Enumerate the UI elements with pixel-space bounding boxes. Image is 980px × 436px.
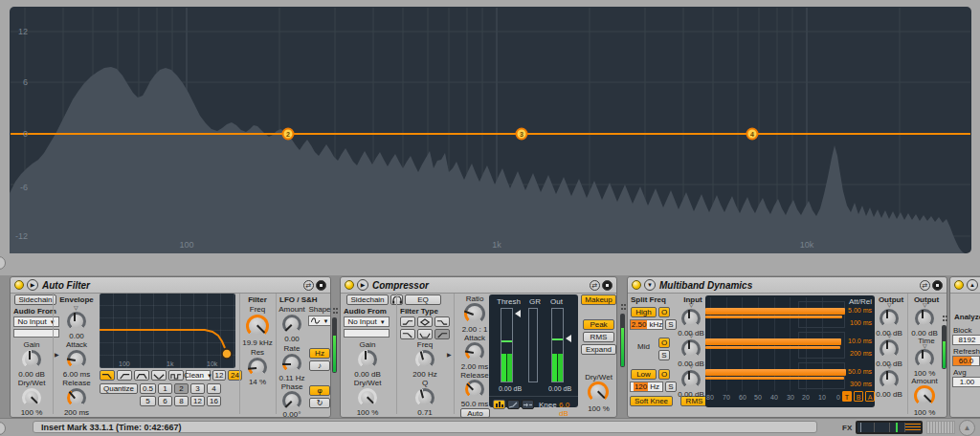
- multiband-display[interactable]: Att/Rel 5.00 ms 100 ms 10.0 ms 200 ms 50…: [705, 295, 875, 407]
- fold-device-icon[interactable]: ▲: [967, 279, 978, 291]
- lfo-amount-value[interactable]: 0.00: [277, 335, 307, 344]
- compressor-title-bar[interactable]: ▶ Compressor ⇄: [341, 277, 616, 294]
- filter-type-bandpass-button[interactable]: [134, 370, 149, 381]
- low-attack-bar[interactable]: [705, 369, 846, 376]
- ratio-knob[interactable]: [464, 303, 485, 324]
- high-release-bar[interactable]: [705, 316, 842, 318]
- release-value[interactable]: 200 ms: [57, 408, 96, 418]
- mid-band-activator-button[interactable]: O: [658, 338, 670, 348]
- expand-mode-button[interactable]: Expand: [581, 344, 616, 355]
- lfo-amount-knob[interactable]: [282, 315, 301, 334]
- attack-knob[interactable]: [465, 342, 484, 361]
- low-release-bar[interactable]: [705, 377, 844, 380]
- refresh-value[interactable]: 60.0: [952, 356, 980, 366]
- audio-from-channel-select[interactable]: [344, 329, 390, 338]
- soft-knee-button[interactable]: Soft Knee: [630, 396, 673, 406]
- mid-threshold-zone[interactable]: [798, 332, 845, 359]
- analyzer-title-bar[interactable]: ▲: [950, 277, 980, 294]
- output-value[interactable]: 0.00 dB: [541, 385, 579, 392]
- low-threshold-zone[interactable]: [798, 362, 845, 389]
- beat-16-button[interactable]: 16: [207, 396, 221, 406]
- beat-3-button[interactable]: 3: [190, 383, 205, 394]
- dry-wet-knob[interactable]: [588, 382, 609, 403]
- threshold-handle[interactable]: [515, 310, 521, 317]
- hot-swap-icon[interactable]: ⇄: [590, 280, 600, 291]
- rms-mode-button[interactable]: RMS: [583, 332, 614, 342]
- beat-0.5-button[interactable]: 0.5: [140, 383, 156, 394]
- view-activity-button[interactable]: [493, 400, 505, 409]
- low-input-knob[interactable]: [681, 370, 701, 389]
- filter-freq-handle[interactable]: [222, 349, 232, 359]
- hot-swap-icon[interactable]: ⇄: [920, 280, 930, 291]
- device-on-led[interactable]: [632, 280, 641, 290]
- threshold-value[interactable]: 0.00 dB: [491, 385, 529, 392]
- mid-attack-bar[interactable]: [705, 338, 841, 345]
- collapse-sidechain-arrow[interactable]: ▶: [55, 352, 59, 358]
- eq-freq-knob[interactable]: [415, 350, 434, 369]
- high-band-button[interactable]: High: [631, 307, 657, 317]
- dry-wet-value[interactable]: 100 %: [11, 408, 53, 418]
- low-release-value[interactable]: 300 ms: [839, 381, 872, 387]
- filter-response-display[interactable]: 100 1k 10k: [100, 294, 235, 368]
- high-split-freq-value[interactable]: 2.50 kHz: [630, 319, 663, 330]
- makeup-button[interactable]: Makeup: [581, 294, 616, 305]
- filter-highshelf-button[interactable]: [434, 316, 450, 327]
- avg-value[interactable]: 1.00: [952, 377, 980, 387]
- rate-note-button[interactable]: ♪: [309, 360, 330, 371]
- mid-solo-button[interactable]: S: [658, 350, 670, 360]
- low-split-freq-value[interactable]: 120 Hz: [630, 382, 663, 392]
- res-knob[interactable]: [248, 358, 267, 377]
- device-on-led[interactable]: [954, 280, 964, 290]
- res-value[interactable]: 14 %: [238, 378, 277, 387]
- q-knob[interactable]: [415, 388, 434, 407]
- view-transfer-curve-button[interactable]: [507, 400, 520, 409]
- global-output-knob[interactable]: [915, 309, 934, 328]
- filter-type-lowpass-button[interactable]: [100, 370, 115, 381]
- save-preset-icon[interactable]: [602, 280, 612, 291]
- save-preset-icon[interactable]: [932, 280, 943, 291]
- filter-lowshelf-button[interactable]: [400, 316, 415, 327]
- beat-8-button[interactable]: 8: [174, 396, 189, 406]
- high-input-knob[interactable]: [681, 309, 701, 328]
- sidechain-toggle-button[interactable]: Sidechain: [346, 294, 389, 305]
- beat-1-button[interactable]: 1: [158, 383, 172, 394]
- rate-hz-button[interactable]: Hz: [309, 348, 330, 359]
- amount-knob[interactable]: [914, 385, 935, 406]
- beat-5-button[interactable]: 5: [140, 396, 156, 406]
- low-band-button[interactable]: Low: [631, 369, 657, 380]
- beat-6-button[interactable]: 6: [158, 396, 172, 406]
- gain-knob[interactable]: [22, 350, 41, 369]
- output-gain-handle[interactable]: [566, 335, 571, 342]
- fold-device-icon[interactable]: ▶: [27, 279, 38, 291]
- low-band-activator-button[interactable]: O: [658, 369, 670, 380]
- hot-swap-icon[interactable]: ⇄: [303, 280, 314, 291]
- lfo-phase-knob[interactable]: [282, 391, 301, 410]
- block-value[interactable]: 8192: [952, 335, 980, 345]
- beat-4-button[interactable]: 4: [207, 383, 221, 394]
- dry-wet-side-knob[interactable]: [358, 388, 377, 407]
- phase-phi-button[interactable]: φ: [309, 385, 330, 396]
- freq-knob[interactable]: [246, 315, 269, 338]
- low-output-knob[interactable]: [880, 370, 899, 389]
- peak-mode-button[interactable]: Peak: [583, 319, 614, 330]
- slope-12-button[interactable]: 12: [212, 370, 226, 381]
- dry-wet-knob[interactable]: [22, 388, 41, 407]
- high-release-value[interactable]: 100 ms: [839, 319, 872, 326]
- eq-toggle-button[interactable]: EQ: [405, 294, 441, 305]
- envelope-amount-knob[interactable]: [67, 312, 86, 331]
- mid-attack-value[interactable]: 10.0 ms: [839, 338, 872, 344]
- auto-release-button[interactable]: Auto: [460, 408, 490, 418]
- filter-highpass-button[interactable]: [434, 329, 450, 339]
- filter-lowpass-button[interactable]: [400, 329, 415, 339]
- mid-release-value[interactable]: 200 ms: [839, 350, 872, 357]
- view-collapsed-button[interactable]: [522, 400, 534, 409]
- sidechain-toggle-button[interactable]: Sidechain: [14, 294, 56, 305]
- low-output-value[interactable]: 0.00 dB: [870, 390, 908, 400]
- collapse-sidechain-arrow[interactable]: ▶: [447, 352, 452, 358]
- dry-wet-value[interactable]: 100 %: [581, 404, 616, 414]
- show-hide-panel-button[interactable]: ▲: [959, 420, 975, 436]
- release-knob[interactable]: [465, 380, 484, 399]
- knee-value[interactable]: 6.0 dB: [559, 401, 578, 418]
- audio-from-select[interactable]: No Input▼: [344, 316, 390, 327]
- amount-value[interactable]: 100 %: [905, 408, 944, 418]
